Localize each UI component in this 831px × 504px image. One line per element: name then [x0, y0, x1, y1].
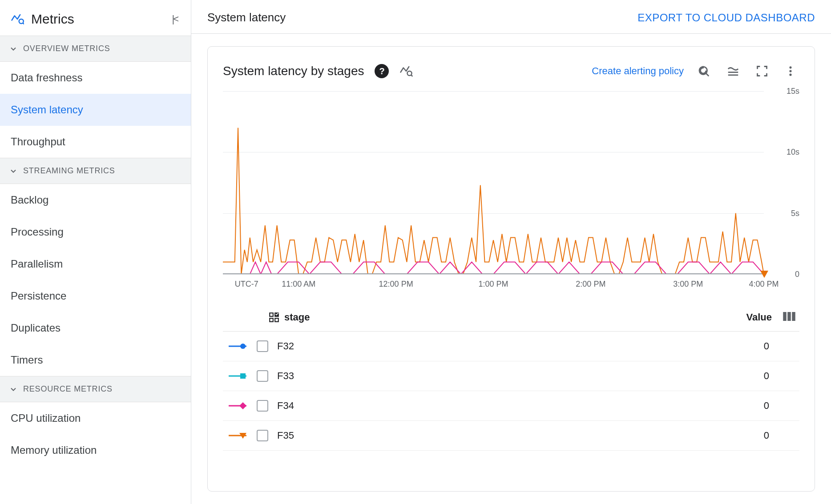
reset-zoom-icon[interactable]: [694, 62, 713, 80]
y-tick-label: 10s: [787, 148, 799, 157]
svg-line-5: [706, 73, 709, 76]
sidebar-item-timers[interactable]: Timers: [0, 344, 191, 376]
sidebar: Metrics |< OVERVIEW METRICSData freshnes…: [0, 0, 191, 504]
legend-header: stage Value: [223, 304, 799, 332]
series-line-F35: [223, 128, 764, 274]
svg-marker-11: [760, 271, 768, 278]
legend-value: 0: [764, 430, 796, 441]
sidebar-item-persistence[interactable]: Persistence: [0, 280, 191, 312]
legend-row-F33[interactable]: F330: [223, 361, 799, 391]
main: System latency EXPORT TO CLOUD DASHBOARD…: [191, 0, 831, 504]
legend-value: 0: [764, 370, 796, 382]
export-to-dashboard-link[interactable]: EXPORT TO CLOUD DASHBOARD: [637, 12, 815, 24]
x-tick-label: 12:00 PM: [379, 280, 413, 289]
sidebar-item-memory-utilization[interactable]: Memory utilization: [0, 434, 191, 466]
x-tick-label: 3:00 PM: [673, 280, 703, 289]
metrics-explorer-icon[interactable]: [399, 64, 413, 78]
svg-rect-15: [275, 318, 278, 322]
legend-value-header[interactable]: Value: [746, 312, 772, 323]
breakdown-icon[interactable]: [268, 312, 280, 323]
legend-stage-name: F32: [277, 340, 764, 352]
y-tick-label: 5s: [791, 208, 799, 218]
series-marker-icon: [226, 402, 250, 410]
svg-point-0: [19, 19, 24, 24]
sidebar-item-duplicates[interactable]: Duplicates: [0, 312, 191, 344]
legend-stage-name: F35: [277, 430, 764, 441]
series-marker-icon: [226, 372, 250, 380]
x-tick-label: 4:00 PM: [749, 280, 779, 289]
x-tick-label: 1:00 PM: [478, 280, 508, 289]
svg-rect-22: [240, 373, 246, 379]
x-axis: [223, 273, 764, 274]
legend-checkbox[interactable]: [257, 370, 268, 382]
sidebar-section-header[interactable]: RESOURCE METRICS: [0, 376, 191, 402]
x-tick-label: UTC-7: [235, 280, 258, 289]
svg-marker-24: [239, 402, 246, 409]
series-marker-icon: [226, 342, 250, 350]
sidebar-item-data-freshness[interactable]: Data freshness: [0, 62, 191, 94]
legend-row-F35[interactable]: F350: [223, 421, 799, 451]
legend-value: 0: [764, 400, 796, 412]
help-icon[interactable]: ?: [375, 64, 389, 78]
series-end-marker-icon: [760, 271, 768, 280]
gridline: [223, 274, 764, 275]
sidebar-item-processing[interactable]: Processing: [0, 216, 191, 248]
column-selector-icon[interactable]: [783, 311, 796, 324]
collapse-sidebar-button[interactable]: |<: [169, 11, 180, 28]
svg-rect-14: [270, 318, 273, 322]
legend-toggle-icon[interactable]: [724, 62, 742, 80]
create-alerting-policy-link[interactable]: Create alerting policy: [592, 65, 684, 77]
sidebar-section-header[interactable]: OVERVIEW METRICS: [0, 36, 191, 62]
card-title: System latency by stages: [223, 64, 364, 78]
legend-checkbox[interactable]: [257, 340, 268, 352]
svg-rect-12: [270, 313, 273, 316]
chart-card: System latency by stages ? Create alerti…: [207, 46, 815, 492]
svg-rect-16: [783, 312, 787, 321]
sidebar-header: Metrics |<: [0, 0, 191, 36]
card-header: System latency by stages ? Create alerti…: [223, 56, 799, 91]
legend-row-F32[interactable]: F320: [223, 332, 799, 361]
sidebar-section-header[interactable]: STREAMING METRICS: [0, 158, 191, 184]
legend-checkbox[interactable]: [257, 400, 268, 412]
svg-line-1: [23, 23, 24, 24]
svg-line-3: [411, 75, 413, 76]
fullscreen-icon[interactable]: [753, 62, 771, 80]
legend-checkbox[interactable]: [257, 430, 268, 441]
legend-row-F34[interactable]: F340: [223, 391, 799, 421]
legend-stage-name: F34: [277, 400, 764, 412]
y-tick-label: 15s: [787, 87, 799, 96]
legend-value: 0: [764, 340, 796, 352]
svg-rect-17: [787, 312, 791, 321]
sidebar-item-backlog[interactable]: Backlog: [0, 184, 191, 216]
topbar: System latency EXPORT TO CLOUD DASHBOARD: [191, 0, 831, 34]
legend-stage-header[interactable]: stage: [284, 312, 310, 323]
x-tick-label: 11:00 AM: [282, 280, 315, 289]
svg-point-9: [789, 70, 791, 72]
svg-point-2: [407, 71, 412, 76]
metrics-icon: [11, 12, 24, 26]
more-options-icon[interactable]: [782, 62, 799, 80]
page-title: System latency: [207, 11, 637, 24]
legend-table: stage Value F320F330F340F350: [223, 304, 799, 451]
series-marker-icon: [226, 432, 250, 440]
svg-point-20: [240, 344, 246, 349]
chart[interactable]: 05s10s15s UTC-711:00 AM12:00 PM1:00 PM2:…: [223, 91, 799, 296]
svg-rect-18: [792, 312, 795, 321]
sidebar-item-parallelism[interactable]: Parallelism: [0, 248, 191, 280]
y-tick-label: 0: [795, 270, 799, 279]
svg-point-8: [789, 66, 791, 68]
x-tick-label: 2:00 PM: [576, 280, 605, 289]
svg-point-10: [789, 74, 791, 76]
sidebar-item-throughput[interactable]: Throughput: [0, 126, 191, 158]
sidebar-title: Metrics: [31, 12, 162, 27]
sidebar-item-cpu-utilization[interactable]: CPU utilization: [0, 402, 191, 434]
legend-stage-name: F33: [277, 370, 764, 382]
sidebar-item-system-latency[interactable]: System latency: [0, 94, 191, 126]
